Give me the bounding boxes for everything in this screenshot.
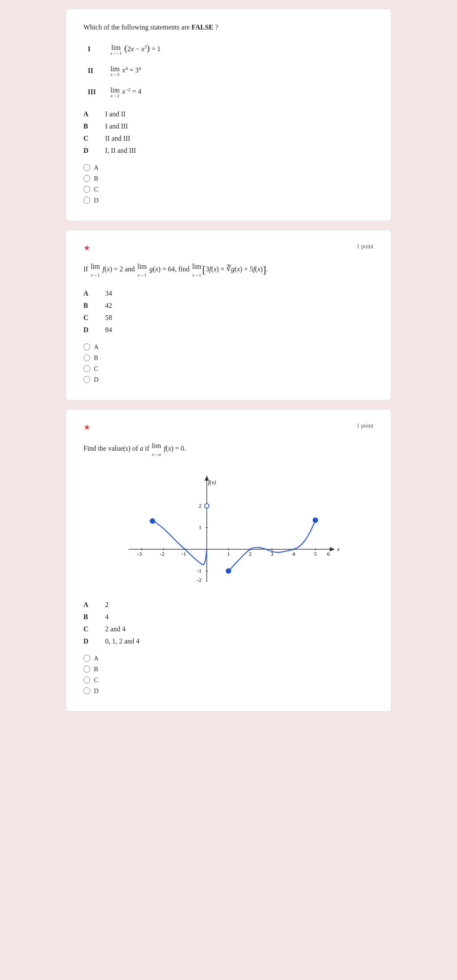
false-bold: FALSE <box>192 23 213 31</box>
radio-A-row-1[interactable]: A <box>83 164 374 172</box>
choice-D-letter: D <box>83 147 105 155</box>
choice-D2-text: 84 <box>105 326 112 334</box>
x-label-2: 2 <box>249 551 252 557</box>
points-label-2: 1 point <box>357 243 374 250</box>
radio-B-label-3: B <box>94 666 98 673</box>
x-label-1: 1 <box>227 551 230 557</box>
x-label-6: 6 <box>327 551 330 557</box>
radio-B-label-2: B <box>94 354 98 362</box>
choice-A3-row: A 2 <box>83 601 374 609</box>
radio-A-2[interactable] <box>83 343 90 350</box>
radio-C-2[interactable] <box>83 365 90 372</box>
choice-C2-letter: C <box>83 314 105 322</box>
graph-container: -3 -2 -1 1 2 3 4 5 6 1 2 -1 -2 f(x) x <box>83 469 374 591</box>
radio-C-row-1[interactable]: C <box>83 186 374 193</box>
choice-D3-row: D 0, 1, 2 and 4 <box>83 637 374 645</box>
choice-D-row: D I, II and III <box>83 147 374 155</box>
question-2-header: ★ 1 point <box>83 243 374 253</box>
y-label-1: 1 <box>199 524 202 531</box>
radio-A-row-2[interactable]: A <box>83 343 374 351</box>
radio-D-row-3[interactable]: D <box>83 687 374 695</box>
x-axis-title: x <box>337 546 340 552</box>
x-label-5: 5 <box>314 551 317 557</box>
y-label-neg1: -1 <box>197 568 202 574</box>
statement-I-row: I limx→−1 (2x − x3) = 1 <box>88 43 374 56</box>
choice-B-letter: B <box>83 122 105 130</box>
filled-dot-1-neg1 <box>226 568 231 573</box>
choice-D2-letter: D <box>83 326 105 334</box>
choice-B2-text: 42 <box>105 302 112 310</box>
question-3-title: Find the value(s) of a if limx→a f(x) = … <box>83 440 374 459</box>
radio-group-3: A B C D <box>83 655 374 695</box>
choice-D2-row: D 84 <box>83 326 374 334</box>
radio-D-row-1[interactable]: D <box>83 197 374 204</box>
choice-C3-text: 2 and 4 <box>105 625 126 633</box>
radio-C-label-1: C <box>94 186 98 193</box>
radio-D-2[interactable] <box>83 376 90 383</box>
x-label-neg1: -1 <box>182 551 186 557</box>
radio-A-label-3: A <box>94 655 99 662</box>
radio-D-3[interactable] <box>83 687 90 694</box>
radio-B-1[interactable] <box>83 175 90 182</box>
statement-II-row: II limx→3 x4 = 34 <box>88 65 374 77</box>
radio-D-1[interactable] <box>83 197 90 204</box>
radio-A-label-2: A <box>94 343 99 351</box>
choice-B-row: B I and III <box>83 122 374 130</box>
choice-C-text: II and III <box>105 135 130 142</box>
radio-A-3[interactable] <box>83 655 90 662</box>
y-axis-title: f(x) <box>208 479 216 485</box>
choice-B3-letter: B <box>83 613 105 621</box>
radio-A-label-1: A <box>94 164 99 172</box>
choices-section-1: A I and II B I and III C II and III D I,… <box>83 110 374 155</box>
radio-B-label-1: B <box>94 175 98 182</box>
radio-C-1[interactable] <box>83 186 90 193</box>
statement-I-math: limx→−1 (2x − x3) = 1 <box>109 43 161 56</box>
choice-A-row: A I and II <box>83 110 374 118</box>
radio-C-label-3: C <box>94 676 98 684</box>
radio-C-row-3[interactable]: C <box>83 676 374 684</box>
choice-C3-letter: C <box>83 625 105 633</box>
statement-I-label: I <box>88 45 109 53</box>
radio-D-row-2[interactable]: D <box>83 376 374 383</box>
choice-B3-row: B 4 <box>83 613 374 621</box>
radio-C-3[interactable] <box>83 676 90 683</box>
choices-section-3: A 2 B 4 C 2 and 4 D 0, 1, 2 and 4 <box>83 601 374 645</box>
radio-B-row-2[interactable]: B <box>83 354 374 362</box>
question-3-header: ★ 1 point <box>83 422 374 432</box>
statements-table: I limx→−1 (2x − x3) = 1 II limx→3 x4 = 3… <box>83 43 374 98</box>
radio-A-row-3[interactable]: A <box>83 655 374 662</box>
choice-A2-row: A 34 <box>83 290 374 297</box>
statement-III-math: limx→2 x−2 = 4 <box>109 86 141 98</box>
function-graph: -3 -2 -1 1 2 3 4 5 6 1 2 -1 -2 f(x) x <box>116 469 341 591</box>
radio-D-label-3: D <box>94 687 99 695</box>
choice-C3-row: C 2 and 4 <box>83 625 374 633</box>
statement-III-row: III limx→2 x−2 = 4 <box>88 86 374 98</box>
filled-dot-left <box>150 518 155 523</box>
radio-C-label-2: C <box>94 365 98 373</box>
x-label-neg3: -3 <box>137 551 142 557</box>
choices-section-2: A 34 B 42 C 58 D 84 <box>83 290 374 334</box>
radio-group-1: A B C D <box>83 164 374 204</box>
question-1-title: Which of the following statements are FA… <box>83 22 374 33</box>
curve-right <box>228 520 315 571</box>
radio-B-row-3[interactable]: B <box>83 666 374 673</box>
y-label-neg2: -2 <box>197 577 202 583</box>
choice-B3-text: 4 <box>105 613 109 621</box>
choice-A-letter: A <box>83 110 105 118</box>
question-3-card: ★ 1 point Find the value(s) of a if limx… <box>66 409 391 712</box>
radio-group-2: A B C D <box>83 343 374 383</box>
radio-A-1[interactable] <box>83 164 90 171</box>
question-2-card: ★ 1 point If limx→1 f(x) = 2 and limx→1 … <box>66 230 391 400</box>
required-star-3: ★ <box>83 422 90 432</box>
question-1-card: Which of the following statements are FA… <box>66 9 391 221</box>
choice-C-letter: C <box>83 135 105 142</box>
radio-C-row-2[interactable]: C <box>83 365 374 373</box>
filled-dot-right <box>313 518 318 522</box>
choice-C2-text: 58 <box>105 314 112 322</box>
choice-B2-letter: B <box>83 302 105 310</box>
radio-B-3[interactable] <box>83 666 90 673</box>
choice-B-text: I and III <box>105 122 128 130</box>
radio-B-row-1[interactable]: B <box>83 175 374 182</box>
radio-D-label-1: D <box>94 197 99 204</box>
radio-B-2[interactable] <box>83 354 90 361</box>
